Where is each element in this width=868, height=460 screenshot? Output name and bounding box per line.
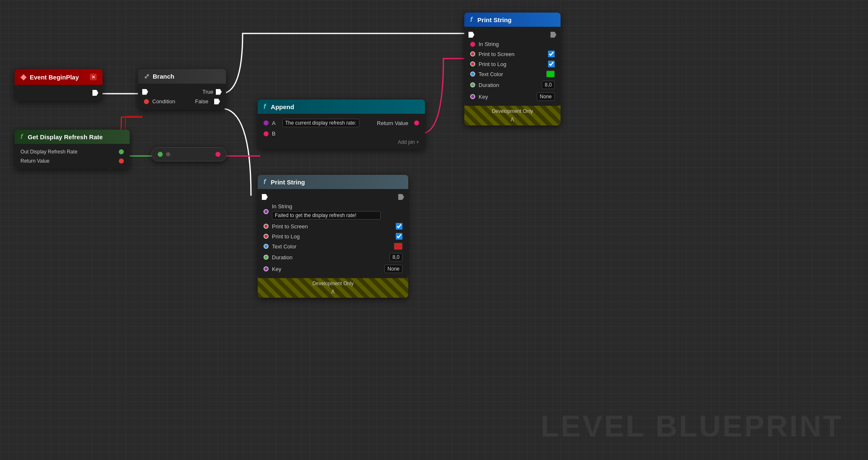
ps-bot-devonly-label: Development Only — [312, 281, 354, 286]
branch-body: True Condition False — [138, 84, 226, 110]
ps-top-instring-row: In String — [464, 39, 561, 49]
ps-top-printscreen-label: Print to Screen — [479, 51, 545, 57]
ps-bot-collapse-icon[interactable]: ∧ — [330, 287, 335, 295]
append-header: f Append — [258, 100, 425, 114]
true-label: True — [202, 89, 213, 95]
event-begin-play-title: Event BeginPlay — [30, 74, 79, 81]
out-display-row: Out Display Refresh Rate — [15, 147, 130, 156]
branch-exec-row: True — [138, 87, 226, 97]
get-drr-header: f Get Display Refresh Rate — [15, 130, 130, 144]
ps-bot-duration-pin[interactable] — [264, 255, 269, 260]
append-return-pin[interactable] — [414, 120, 419, 125]
out-display-pin[interactable] — [119, 149, 124, 154]
ps-bot-key-pin[interactable] — [264, 266, 269, 271]
event-begin-play-body — [15, 85, 102, 101]
ps-top-printscreen-row: Print to Screen — [464, 49, 561, 59]
ps-bot-key-row: Key None — [258, 263, 408, 275]
append-a-row: A The current display refresh rate: Retu… — [258, 117, 425, 129]
exec-out-pin[interactable] — [92, 90, 98, 96]
get-display-refresh-rate-node: f Get Display Refresh Rate Out Display R… — [15, 130, 130, 169]
append-body: A The current display refresh rate: Retu… — [258, 114, 425, 149]
append-function-icon: f — [264, 103, 266, 110]
ps-top-exec-out[interactable] — [551, 32, 556, 38]
ps-top-instring-pin[interactable] — [470, 42, 475, 47]
ps-top-key-label: Key — [479, 94, 533, 100]
ps-bot-exec-in[interactable] — [262, 194, 268, 200]
ps-bot-instring-value[interactable]: Failed to get the display refresh rate! — [272, 211, 381, 220]
add-pin-row[interactable]: Add pin + — [258, 138, 425, 146]
close-icon[interactable]: ✕ — [90, 74, 97, 80]
ps-bot-exec-row — [258, 192, 408, 202]
append-a-value[interactable]: The current display refresh rate: — [282, 119, 359, 127]
ps-top-printscreen-checkbox[interactable] — [548, 51, 555, 57]
add-pin-label: Add pin + — [398, 139, 419, 145]
ps-bot-printscreen-pin[interactable] — [264, 224, 269, 229]
function-icon: f — [20, 133, 23, 141]
ps-bot-printscreen-checkbox[interactable] — [396, 223, 402, 230]
ps-top-key-pin[interactable] — [470, 94, 475, 99]
ps-bot-color-swatch[interactable] — [394, 243, 402, 250]
ps-bot-printlog-pin[interactable] — [264, 234, 269, 239]
ps-bot-key-value[interactable]: None — [384, 265, 402, 273]
ps-bot-printlog-checkbox[interactable] — [396, 233, 402, 240]
level-blueprint-watermark: LEVEL BLUEPRINT — [540, 409, 843, 443]
ps-top-printlog-row: Print to Log — [464, 59, 561, 69]
condition-in-pin[interactable] — [144, 99, 149, 104]
ps-bot-exec-out[interactable] — [398, 194, 404, 200]
ps-bot-printscreen-row: Print to Screen — [258, 221, 408, 231]
diamond-icon: ◆ — [20, 72, 26, 82]
append-b-row: B — [258, 129, 425, 138]
ps-top-collapse-icon[interactable]: ∧ — [510, 115, 515, 123]
return-label: Return Value — [20, 158, 49, 164]
ps-top-key-value[interactable]: None — [537, 92, 555, 101]
ps-top-body: In String Print to Screen Print to Log T… — [464, 27, 561, 106]
ps-bot-printlog-row: Print to Log — [258, 231, 408, 241]
branch-icon: ⤢ — [144, 72, 149, 80]
return-pin[interactable] — [119, 158, 124, 164]
ps-bot-duration-row: Duration 8,0 — [258, 251, 408, 263]
ps-top-printscreen-pin[interactable] — [470, 51, 475, 56]
convert-dot — [166, 152, 170, 156]
ps-top-color-swatch[interactable] — [546, 71, 555, 77]
branch-exec-in[interactable] — [142, 89, 148, 95]
ps-top-printlog-checkbox[interactable] — [548, 61, 555, 67]
get-drr-title: Get Display Refresh Rate — [28, 133, 102, 141]
print-string-bottom-node: f Print String In String Failed to get t… — [258, 175, 408, 298]
print-string-top-header: f Print String — [464, 13, 561, 27]
false-label: False — [195, 98, 208, 105]
condition-label: Condition — [152, 98, 175, 105]
ps-bot-instring-label: In String — [272, 203, 381, 210]
event-begin-play-node: ◆ Event BeginPlay ✕ — [15, 69, 102, 101]
ps-top-duration-row: Duration 8,0 — [464, 79, 561, 91]
ps-top-key-row: Key None — [464, 91, 561, 102]
ps-bot-instring-pin[interactable] — [264, 209, 269, 214]
ps-top-duration-pin[interactable] — [470, 82, 475, 87]
ps-top-textcolor-row: Text Color — [464, 69, 561, 79]
ps-bot-textcolor-label: Text Color — [272, 243, 391, 250]
ps-bot-textcolor-row: Text Color — [258, 241, 408, 251]
branch-true-pin[interactable] — [216, 89, 222, 95]
event-begin-play-header: ◆ Event BeginPlay ✕ — [15, 69, 102, 85]
ps-top-exec-row — [464, 30, 561, 39]
ps-top-printlog-pin[interactable] — [470, 61, 475, 66]
ps-bot-textcolor-pin[interactable] — [264, 244, 269, 249]
ps-bot-key-label: Key — [272, 266, 381, 272]
branch-false-pin[interactable] — [214, 99, 220, 105]
ps-top-instring-label: In String — [479, 41, 499, 47]
append-a-pin[interactable] — [264, 120, 269, 125]
ps-top-exec-in[interactable] — [469, 32, 474, 38]
ps-bot-title: Print String — [271, 179, 305, 186]
ps-top-printlog-label: Print to Log — [479, 61, 545, 67]
append-b-pin[interactable] — [264, 131, 269, 136]
ps-top-textcolor-pin[interactable] — [470, 72, 475, 77]
convert-node — [151, 147, 227, 161]
return-value-row: Return Value — [15, 156, 130, 166]
convert-left-pin[interactable] — [158, 152, 163, 157]
ps-bot-duration-value[interactable]: 8,0 — [389, 253, 402, 261]
ps-bot-printlog-label: Print to Log — [272, 233, 392, 240]
branch-title: Branch — [153, 73, 174, 80]
append-node: f Append A The current display refresh r… — [258, 100, 425, 149]
ps-top-duration-label: Duration — [479, 82, 538, 88]
convert-right-pin[interactable] — [215, 152, 220, 157]
ps-top-duration-value[interactable]: 8,0 — [542, 81, 555, 89]
